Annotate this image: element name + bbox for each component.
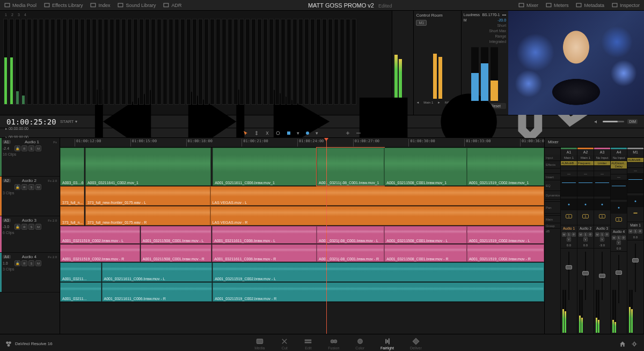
lock-button[interactable]: 🔒 (14, 184, 20, 190)
link-tool-icon[interactable] (275, 130, 281, 136)
mixer-channel-A2[interactable]: A2 Main 1 Frequenc... — 1 Audio 2 MSRV 0… (577, 148, 594, 334)
mute-button[interactable]: M (35, 184, 41, 190)
track-header-A4[interactable]: A4Audio 4Fx 2.0 1.0 🔒 R S M 3 Clips (0, 253, 60, 292)
mixer-channel-M1[interactable]: M1 AUMultiB... — Main 1 MSR 0.0 (627, 148, 644, 334)
track-header-A3[interactable]: A3Audio 3Fx 2.0 -3.0 🔒 R S M 6 Clips (0, 216, 60, 253)
fader-A3[interactable] (594, 248, 610, 334)
track-lane-A2[interactable]: 373_full_n...373_full_new-frontier_0175.… (60, 206, 544, 226)
audio-clip[interactable]: A001_03211611_C006.braw.mov_1 (213, 148, 317, 186)
audio-clip[interactable]: A001_03211508_C001.braw.mov - L (141, 226, 212, 244)
media-pool-button[interactable]: Media Pool (4, 2, 36, 8)
track-header-A1[interactable]: A1Audio 1Fx -2.4 🔒 R S M 16 Clips (0, 138, 60, 177)
playhead[interactable] (326, 138, 327, 334)
audio-clip[interactable]: A001_03211611_C006.braw.mov - L (102, 262, 213, 282)
arm-button[interactable]: R (21, 224, 27, 230)
volume-control[interactable]: DIM (594, 119, 638, 125)
track-lane-A1[interactable]: A003_03....6.mov_1A003_03211641_C002.mov… (60, 148, 544, 186)
adr-button[interactable]: ADR (163, 2, 181, 8)
home-icon[interactable] (619, 341, 626, 347)
solo-button[interactable]: S (28, 224, 34, 230)
timecode-display[interactable]: 01:00:25:20 (0, 118, 60, 126)
track-lane-A3[interactable]: A001_03211519_C002.braw.mov - RA001_0321… (60, 244, 544, 262)
audio-clip[interactable]: A001_03211... (60, 282, 101, 302)
meters-button[interactable]: Meters (546, 2, 569, 8)
audio-clip[interactable]: A001_03211508_C001.braw.mov - R (141, 244, 212, 262)
page-tab-cut[interactable]: Cut (281, 338, 288, 350)
mixer-channel-A4[interactable]: A4 No Input AUDistort... Delay — 1 Audio… (611, 148, 627, 334)
page-tab-fairlight[interactable]: Fairlight (380, 338, 394, 350)
zoom-icon[interactable] (356, 130, 361, 136)
audio-clip[interactable]: 373_full_new-frontier_0175.wav - L (85, 186, 210, 206)
marker-icon[interactable] (305, 130, 310, 136)
start-dropdown[interactable]: START ▾ (60, 119, 87, 124)
fader-A2[interactable] (577, 248, 594, 334)
audio-clip[interactable]: A001_03211508_C001.braw.mov - R (384, 244, 466, 262)
arm-button[interactable]: R (21, 145, 27, 151)
audio-clip[interactable]: 373_full_new-frontier_0175.wav - R (85, 206, 210, 225)
track-lane-A2[interactable]: 373_full_n...373_full_new-frontier_0175.… (60, 186, 544, 206)
timeline[interactable]: 01:00:12:0001:00:15:0001:00:18:0001:00:2… (60, 138, 544, 334)
fader-A4[interactable] (611, 252, 627, 334)
audio-clip[interactable]: LAS VEGAS.mov - L (210, 186, 544, 206)
audio-clip[interactable]: A001_03211519_C002.braw.mov - R (467, 244, 544, 262)
lock-button[interactable]: 🔒 (14, 260, 20, 266)
lock-button[interactable]: 🔒 (14, 224, 20, 230)
audio-clip[interactable]: A001_03211611_C006.braw.mov - L (212, 226, 317, 244)
audio-clip[interactable]: A001_03211519_C002.braw.mov - R (60, 244, 140, 262)
m1-badge[interactable]: M1 (416, 20, 427, 26)
arm-button[interactable]: R (21, 184, 27, 190)
more-icon[interactable]: ••• (502, 13, 506, 17)
audio-clip[interactable]: A001_03211519_C002.braw.mov - L (60, 226, 140, 244)
mixer-channel-A3[interactable]: A3 No Input Limiter — 1 Audio 3 MSRV -3.… (594, 148, 611, 334)
track-lane-A4[interactable]: A001_03211...A001_03211611_C006.braw.mov… (60, 282, 544, 302)
page-tab-color[interactable]: Color (355, 338, 364, 350)
razor-tool-icon[interactable] (265, 130, 270, 136)
arm-button[interactable]: R (21, 260, 27, 266)
audio-clip[interactable]: A003_03211641_C002.mov_1 (85, 148, 211, 186)
audio-clip[interactable]: A001_03211... (60, 262, 101, 282)
audio-clip[interactable]: A001_03211508_C001.braw.mov_1 (384, 148, 466, 186)
solo-button[interactable]: S (28, 260, 34, 266)
mute-button[interactable]: M (35, 260, 41, 266)
track-lane-A3[interactable]: A001_03211519_C002.braw.mov - LA001_0321… (60, 226, 544, 244)
dim-button[interactable]: DIM (627, 119, 638, 124)
settings-icon[interactable] (631, 341, 638, 347)
video-preview[interactable] (508, 11, 644, 115)
effects-library-button[interactable]: Effects Library (44, 2, 83, 8)
lock-button[interactable]: 🔒 (14, 145, 20, 151)
mute-button[interactable]: M (35, 224, 41, 230)
audio-clip[interactable]: LAS VEGAS.mov - R (210, 206, 544, 225)
track-header-A2[interactable]: A2Audio 2Fx 2.0 🔒 R S M 3 Clips (0, 177, 60, 216)
mute-button[interactable]: M (35, 145, 41, 151)
sound-library-button[interactable]: Sound Library (118, 2, 156, 8)
flag-tool-icon[interactable] (286, 130, 291, 136)
page-tab-media[interactable]: Media (254, 338, 265, 350)
audio-clip[interactable]: A001_03211611_C006.braw.mov - R (102, 282, 213, 302)
track-lane-A4[interactable]: A001_03211...A001_03211611_C006.braw.mov… (60, 262, 544, 282)
audio-clip[interactable]: A001_03211519_C002.braw.mov - L (213, 262, 544, 282)
index-button[interactable]: Index (90, 2, 110, 8)
audio-clip[interactable]: A001_03211519_C002.braw.mov - L (467, 226, 544, 244)
volume-slider[interactable] (603, 121, 624, 122)
snap-icon[interactable] (345, 130, 350, 136)
audio-clip[interactable]: A001_03211508_C001.braw.mov - L (384, 226, 466, 244)
metadata-button[interactable]: Metadata (576, 2, 604, 8)
page-tab-edit[interactable]: Edit (304, 338, 312, 350)
audio-clip[interactable]: 373_full_n... (60, 206, 84, 225)
marker-tool-icon[interactable] (254, 130, 259, 136)
pointer-tool-icon[interactable] (243, 130, 248, 136)
audio-clip[interactable]: A001_03211611_C006.braw.mov - R (212, 244, 317, 262)
solo-button[interactable]: S (28, 184, 34, 190)
mixer-button[interactable]: Mixer (518, 2, 538, 8)
audio-clip[interactable]: 373_full_n... (60, 186, 84, 206)
audio-clip[interactable]: A003_03....6.mov_1 (60, 148, 84, 186)
page-tab-deliver[interactable]: Deliver (410, 338, 422, 350)
audio-clip[interactable]: A001_03211519_C002.braw.mov - R (213, 282, 544, 302)
page-tab-fusion[interactable]: Fusion (328, 338, 339, 350)
solo-button[interactable]: S (28, 145, 34, 151)
timeline-ruler[interactable]: 01:00:12:0001:00:15:0001:00:18:0001:00:2… (60, 138, 544, 148)
fader-A1[interactable] (561, 248, 577, 334)
mixer-channel-A1[interactable]: A1 Main 1 AUMultiB... — 1 Audio 1 MSRV 0… (561, 148, 577, 334)
inspector-button[interactable]: Inspector (612, 2, 640, 8)
fader-M1[interactable] (627, 240, 643, 334)
